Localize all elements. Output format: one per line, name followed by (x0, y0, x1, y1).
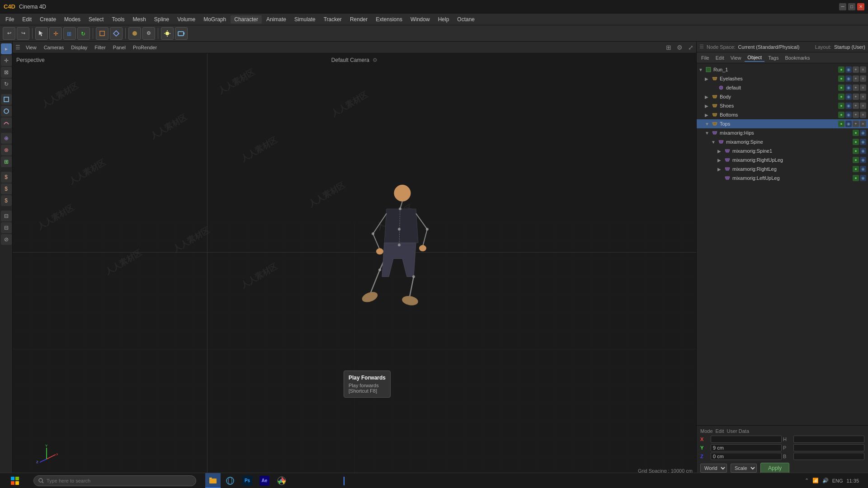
tree-badge-rl-vis[interactable]: ● (853, 166, 859, 172)
tree-badge-h-vis[interactable]: ● (853, 130, 859, 136)
tree-badge-vis[interactable]: ● (838, 66, 844, 73)
tree-item-bottoms[interactable]: ▶ Bottoms ● ◉ + × (697, 110, 868, 119)
rp-userdata-tab[interactable]: User Data (727, 428, 750, 434)
taskbar-ps[interactable]: Ps (240, 473, 255, 488)
tree-badge-s1-render[interactable]: ◉ (860, 148, 866, 154)
menu-simulate[interactable]: Simulate (291, 15, 319, 23)
taskbar-ae[interactable]: Ae (257, 473, 272, 488)
tree-item-rightleg[interactable]: ▶ mixamorig:RightLeg ● ◉ (697, 164, 868, 174)
vp-menu-cameras[interactable]: Cameras (42, 44, 66, 51)
rp-mode-tab[interactable]: Mode (700, 428, 713, 434)
menu-extensions[interactable]: Extensions (372, 15, 406, 23)
tree-badge-bo-vis[interactable]: ● (838, 112, 844, 118)
tool-sphere[interactable] (1, 106, 12, 117)
tray-arrows[interactable]: ⌃ (805, 478, 809, 483)
world-select[interactable]: World (700, 464, 727, 473)
tree-item-rightupleg[interactable]: ▶ mixamorig:RightUpLeg ● ◉ (697, 155, 868, 164)
vp-menu-panel[interactable]: Panel (111, 44, 127, 51)
tree-badge-s1-vis[interactable]: ● (853, 148, 859, 154)
tree-badge-rl-render[interactable]: ◉ (860, 166, 866, 172)
tree-item-leftupleg[interactable]: mixamorig:LeftUpLeg ● ◉ (697, 174, 868, 183)
scale-button[interactable]: ⊞ (63, 27, 76, 40)
tree-badge-b-more[interactable]: × (860, 94, 866, 100)
tree-item-tops[interactable]: ▼ Tops ● ◉ + × (697, 119, 868, 128)
viewport-maximize-icon[interactable]: ⤢ (688, 44, 693, 51)
tool-spline[interactable] (1, 117, 12, 128)
tab-tags[interactable]: Tags (765, 54, 781, 61)
viewport-settings-icon[interactable]: ⚙ (677, 44, 683, 51)
menu-file[interactable]: File (2, 15, 18, 23)
menu-volume[interactable]: Volume (174, 15, 199, 23)
live-select-button[interactable] (35, 27, 48, 40)
panel-menu-icon[interactable]: ☰ (699, 44, 704, 50)
tree-badge-render[interactable]: ◉ (845, 66, 852, 73)
coord-h-val[interactable] (793, 436, 864, 443)
render-button[interactable] (128, 27, 141, 40)
tool-scale[interactable]: ⊠ (1, 67, 12, 78)
tree-badge-more[interactable]: × (860, 66, 866, 73)
menu-select[interactable]: Select (85, 15, 107, 23)
close-button[interactable]: ✕ (857, 3, 864, 10)
tray-network[interactable]: 📶 (812, 478, 819, 483)
tree-item-default[interactable]: default ● ◉ + × (697, 83, 868, 92)
timeline-playhead[interactable] (344, 477, 344, 485)
render-settings-button[interactable]: ⚙ (142, 27, 155, 40)
tree-badge-e-render[interactable]: ◉ (845, 75, 852, 82)
camera-button[interactable] (175, 27, 188, 40)
menu-character[interactable]: Character (231, 15, 262, 23)
tree-badge-sp-vis[interactable]: ● (853, 139, 859, 145)
tab-object[interactable]: Object (745, 54, 764, 62)
menu-spline[interactable]: Spline (151, 15, 173, 23)
tree-badge-e-more[interactable]: × (860, 75, 866, 82)
tree-badge-t-render[interactable]: ◉ (845, 121, 852, 127)
tree-item-shoes[interactable]: ▶ Shoes ● ◉ + × (697, 101, 868, 110)
search-input[interactable] (47, 478, 182, 483)
menu-window[interactable]: Window (407, 15, 434, 23)
menu-mesh[interactable]: Mesh (129, 15, 149, 23)
tool-cube[interactable] (1, 94, 12, 105)
tool-deformer[interactable]: ⊗ (1, 145, 12, 155)
tool-null[interactable]: ⊕ (1, 133, 12, 144)
tree-badge-lul-vis[interactable]: ● (853, 175, 859, 181)
menu-render[interactable]: Render (346, 15, 371, 23)
tree-badge-t-vis[interactable]: ● (838, 121, 844, 127)
tab-view[interactable]: View (728, 54, 744, 61)
tool-select[interactable]: ▸ (1, 43, 12, 54)
search-bar[interactable] (33, 475, 196, 486)
tool-grid2[interactable]: ⊟ (1, 222, 12, 233)
coord-y-pos[interactable] (711, 444, 782, 451)
tree-badge-sh-render[interactable]: ◉ (845, 103, 852, 109)
coord-x-pos[interactable] (711, 436, 782, 443)
coord-p-val[interactable] (793, 444, 864, 451)
tree-badge-e-vis[interactable]: ● (838, 75, 844, 82)
menu-modes[interactable]: Modes (61, 15, 84, 23)
coord-z-pos[interactable] (711, 453, 782, 460)
tree-badge-bo-more[interactable]: × (860, 112, 866, 118)
tree-badge-d-render[interactable]: ◉ (845, 84, 852, 91)
tree-item-body[interactable]: ▶ Body ● ◉ + × (697, 92, 868, 101)
menu-octane[interactable]: Octane (453, 15, 478, 23)
light-button[interactable] (161, 27, 174, 40)
tree-badge-sh-more[interactable]: × (860, 103, 866, 109)
object-mode-button[interactable] (96, 27, 108, 40)
tool-s2[interactable]: $ (1, 183, 12, 194)
tree-badge-rul-render[interactable]: ◉ (860, 157, 866, 163)
rp-edit-tab[interactable]: Edit (716, 428, 724, 434)
viewport[interactable]: 人人素材区 人人素材区 人人素材区 人人素材区 人人素材区 人人素材区 人人素材… (13, 53, 696, 476)
tree-badge-sp-render[interactable]: ◉ (860, 139, 866, 145)
tool-effector[interactable]: ⊞ (1, 156, 12, 167)
tree-badge-t-lock[interactable]: + (853, 121, 859, 127)
viewport-layout-icon[interactable]: ⊞ (666, 44, 671, 51)
tree-badge-e-lock[interactable]: + (853, 75, 859, 82)
tab-file[interactable]: File (698, 54, 712, 61)
poly-mode-button[interactable] (110, 27, 123, 40)
tool-snap[interactable]: ⊘ (1, 234, 12, 245)
start-button[interactable] (4, 473, 26, 488)
tree-item-hips[interactable]: ▼ mixamorig:Hips ● ◉ (697, 128, 868, 137)
tool-s3[interactable]: $ (1, 195, 12, 206)
tool-rotate[interactable]: ↻ (1, 79, 12, 89)
tab-edit[interactable]: Edit (713, 54, 727, 61)
tree-badge-b-lock[interactable]: + (853, 94, 859, 100)
tree-badge-d-lock[interactable]: + (853, 84, 859, 91)
move-button[interactable]: ✛ (49, 27, 62, 40)
